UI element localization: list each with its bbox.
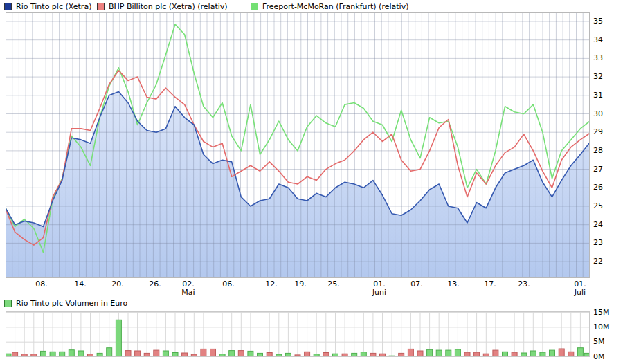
bhp-swatch-icon bbox=[97, 3, 105, 10]
freeport-swatch-icon bbox=[251, 3, 258, 10]
date-tick: 13. bbox=[438, 280, 469, 289]
date-tick: 06. bbox=[213, 280, 244, 289]
price-axis-tick: 27 bbox=[593, 165, 603, 174]
month-label: Mai bbox=[173, 288, 204, 297]
price-axis-tick: 34 bbox=[593, 35, 603, 44]
legend-item-volume: Rio Tinto plc Volumen in Euro bbox=[4, 298, 127, 308]
price-axis-tick: 23 bbox=[593, 238, 603, 247]
legend-item-rio-tinto: Rio Tinto plc (Xetra) bbox=[4, 1, 91, 11]
volume-axis-tick: 5M bbox=[593, 337, 605, 346]
date-tick: 14. bbox=[65, 280, 96, 289]
rio-tinto-swatch-icon bbox=[4, 3, 12, 10]
legend-item-freeport-mcmoran: Freeport-McMoRan (Frankfurt) (relativ) bbox=[251, 1, 408, 11]
volume-axis-tick: 15M bbox=[593, 308, 610, 317]
month-label: Juli bbox=[565, 288, 595, 297]
date-tick: 25. bbox=[318, 280, 349, 289]
legend-label: Rio Tinto plc (Xetra) bbox=[16, 2, 91, 11]
legend-label: Rio Tinto plc Volumen in Euro bbox=[16, 299, 127, 308]
volume-swatch-icon bbox=[4, 300, 12, 307]
price-axis-tick: 33 bbox=[593, 53, 603, 62]
date-tick: 08. bbox=[26, 280, 57, 289]
price-axis-tick: 29 bbox=[593, 127, 603, 136]
volume-chart-plot bbox=[6, 311, 590, 357]
date-tick: 26. bbox=[140, 280, 170, 289]
price-axis-tick: 32 bbox=[593, 72, 603, 81]
date-tick: 23. bbox=[509, 280, 539, 289]
price-chart-plot bbox=[6, 12, 590, 278]
price-axis-tick: 24 bbox=[593, 220, 603, 229]
price-axis-tick: 25 bbox=[593, 201, 603, 210]
date-tick: 20. bbox=[102, 280, 133, 289]
date-tick: 07. bbox=[401, 280, 432, 289]
date-tick: 19. bbox=[285, 280, 316, 289]
price-axis-tick: 22 bbox=[593, 257, 603, 266]
month-label: Juni bbox=[364, 288, 395, 297]
price-axis-tick: 35 bbox=[593, 17, 603, 26]
price-axis-tick: 31 bbox=[593, 91, 603, 100]
price-axis-tick: 26 bbox=[593, 183, 603, 192]
legend-item-bhp-billiton: BHP Billiton plc (Xetra) (relativ) bbox=[97, 1, 228, 11]
legend-label: Freeport-McMoRan (Frankfurt) (relativ) bbox=[262, 2, 408, 11]
volume-axis-tick: 0M bbox=[593, 352, 605, 361]
price-axis-tick: 28 bbox=[593, 146, 603, 155]
volume-axis-tick: 10M bbox=[593, 322, 610, 331]
date-tick: 12. bbox=[256, 280, 287, 289]
legend-label: BHP Billiton plc (Xetra) (relativ) bbox=[109, 2, 228, 11]
date-tick: 17. bbox=[475, 280, 505, 289]
stock-chart-page: Rio Tinto plc (Xetra) BHP Billiton plc (… bbox=[0, 0, 623, 364]
price-axis-tick: 30 bbox=[593, 109, 603, 118]
